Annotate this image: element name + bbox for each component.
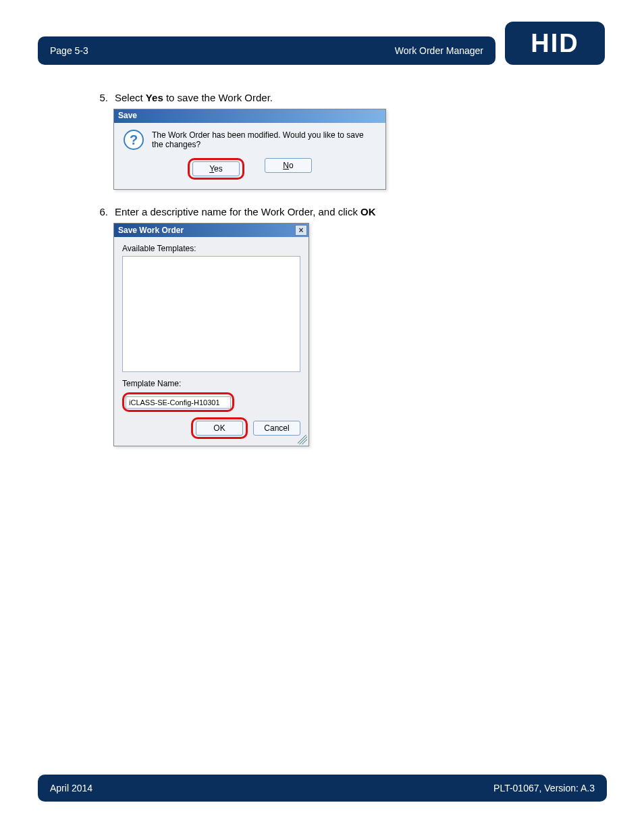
save-work-order-title: Save Work Order [118, 226, 184, 235]
step-6: 6. Enter a descriptive name for the Work… [93, 206, 606, 217]
resize-grip-icon[interactable] [298, 435, 307, 444]
available-templates-label: Available Templates: [122, 244, 300, 253]
no-button[interactable]: No [265, 158, 312, 173]
ok-highlight-ring: OK [191, 417, 248, 439]
page-footer-bar: April 2014 PLT-01067, Version: A.3 [38, 775, 607, 802]
brand-logo-text: HID [531, 29, 579, 58]
close-button[interactable]: × [295, 225, 307, 236]
save-dialog: Save ? The Work Order has been modified.… [113, 109, 386, 190]
template-name-highlight-ring [122, 392, 234, 412]
cancel-button[interactable]: Cancel [253, 421, 300, 436]
step-5: 5. Select Yes to save the Work Order. [93, 92, 606, 103]
yes-highlight-ring: Yes [188, 158, 244, 180]
save-work-order-body: Available Templates: Template Name: OK C… [114, 237, 308, 446]
save-dialog-title: Save [114, 109, 385, 123]
save-work-order-buttons: OK Cancel [122, 417, 300, 439]
step-6-number: 6. [93, 206, 108, 217]
question-icon: ? [124, 130, 144, 150]
step-6-text: Enter a descriptive name for the Work Or… [115, 206, 376, 217]
template-name-input[interactable] [126, 396, 231, 409]
footer-doc-id: PLT-01067, Version: A.3 [493, 783, 595, 793]
step-5-number: 5. [93, 92, 108, 103]
template-name-label: Template Name: [122, 379, 300, 388]
yes-button[interactable]: Yes [192, 161, 240, 176]
page-header-bar: Page 5-3 Work Order Manager [38, 36, 495, 65]
step-5-text: Select Yes to save the Work Order. [115, 92, 273, 103]
template-name-row: Template Name: [122, 379, 300, 412]
content-area: 5. Select Yes to save the Work Order. Sa… [93, 92, 606, 446]
ok-button[interactable]: OK [196, 421, 243, 436]
save-work-order-titlebar: Save Work Order × [114, 224, 308, 237]
save-dialog-message: The Work Order has been modified. Would … [152, 130, 376, 149]
close-icon: × [298, 226, 303, 235]
section-title: Work Order Manager [395, 45, 483, 56]
page-number: Page 5-3 [50, 45, 88, 56]
save-work-order-dialog: Save Work Order × Available Templates: T… [113, 223, 309, 446]
save-dialog-body: ? The Work Order has been modified. Woul… [114, 123, 385, 154]
available-templates-list[interactable] [122, 256, 300, 372]
brand-logo: HID [505, 22, 605, 65]
save-dialog-buttons: Yes No [114, 154, 385, 189]
footer-date: April 2014 [50, 783, 92, 793]
